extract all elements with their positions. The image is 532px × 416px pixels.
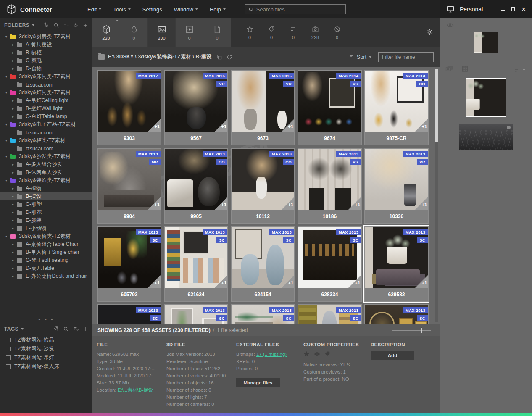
asset-card-partial-18[interactable]: MAX 2013SC [298, 304, 362, 324]
folder-item-1[interactable]: ▸A-餐具摆设 [0, 41, 92, 49]
twisty-right-icon[interactable]: ▸ [11, 187, 15, 190]
tag-checkbox[interactable] [6, 347, 11, 351]
asset-card-628334[interactable]: MAX 2013SC+1628334 [298, 226, 362, 302]
twisty-right-icon[interactable]: ▸ [11, 258, 15, 262]
folder-item-20[interactable]: ▸B-摆设 [0, 192, 92, 200]
twisty-down-icon[interactable]: ▾ [4, 91, 8, 95]
asset-card-10112[interactable]: MAX 2018CO+110112 [231, 148, 295, 224]
menu-item-window[interactable]: Window [169, 4, 203, 15]
preview-visibility-icon[interactable] [446, 22, 455, 30]
tags-title[interactable]: TAGS [4, 326, 18, 332]
asset-card-621624[interactable]: MAX 2013SC+1621624 [164, 226, 228, 302]
twisty-down-icon[interactable]: ▾ [4, 139, 8, 142]
twisty-right-icon[interactable]: ▸ [11, 99, 15, 103]
app-logo[interactable]: Connecter [0, 4, 58, 15]
type-filter-video[interactable]: 0 [176, 18, 203, 47]
folder-item-19[interactable]: ▸A-植物 [0, 184, 92, 192]
tag-checkbox[interactable] [6, 364, 11, 369]
twisty-down-icon[interactable]: ▾ [4, 123, 8, 126]
search-folders-icon[interactable] [53, 22, 59, 28]
sort-tags-icon[interactable] [73, 326, 79, 332]
menu-item-settings[interactable]: Settings [137, 4, 167, 15]
add-folder-icon[interactable] [82, 22, 88, 28]
asset-card-9567[interactable]: MAX 2015VR+19567 [164, 70, 228, 145]
folder-item-28[interactable]: ▸C-凳子soft seating [0, 256, 92, 264]
folder-item-2[interactable]: ▸B-橱柜 [0, 49, 92, 57]
search-tags-icon[interactable] [63, 326, 69, 332]
folder-item-11[interactable]: ▾3dsky&电子产品-TZ素材 [0, 121, 92, 129]
add-tag-icon[interactable] [82, 326, 88, 332]
flag-filter-star[interactable]: 0 [244, 26, 255, 40]
asset-card-10336[interactable]: MAX 2013VR+110336 [364, 148, 429, 224]
twisty-right-icon[interactable]: ▸ [11, 67, 15, 71]
folders-title[interactable]: FOLDERS [4, 22, 29, 28]
twisty-right-icon[interactable]: ▸ [11, 171, 15, 174]
type-filter-image[interactable]: 230 [148, 18, 176, 47]
asset-card-9904[interactable]: MAX 2013MR+19904 [97, 148, 161, 224]
folder-item-27[interactable]: ▸B-单人椅子Single chair [0, 248, 92, 256]
folder-item-14[interactable]: tzsucai.com [0, 145, 92, 153]
folder-item-26[interactable]: ▸A-桌椅组合Table Chair [0, 240, 92, 248]
asset-card-9905[interactable]: MAX 2013CO+19905 [164, 148, 228, 224]
twisty-right-icon[interactable]: ▸ [11, 59, 15, 63]
filter-filename-input[interactable]: Filter file name [378, 52, 434, 62]
viewport-preview[interactable] [459, 124, 513, 150]
folder-item-9[interactable]: ▸B-壁灯Wall light [0, 105, 92, 113]
preview-stack-icon[interactable] [445, 66, 453, 74]
flag-filter-block[interactable]: 0 [331, 26, 343, 40]
asset-card-9875-CR[interactable]: MAX 2013CO+19875-CR [364, 70, 429, 145]
folder-item-23[interactable]: ▸E-服装 [0, 216, 92, 224]
folder-item-10[interactable]: ▸C-台灯Table lamp [0, 113, 92, 121]
folder-item-30[interactable]: ▸E-办公桌椅Desk and chair [0, 272, 92, 280]
tag-item-2[interactable]: TZ素材网站-吊灯 [0, 353, 92, 362]
folder-item-24[interactable]: ▸F-小动物 [0, 224, 92, 232]
flag-filter-camera[interactable]: 228 [309, 26, 321, 40]
twisty-right-icon[interactable]: ▸ [11, 250, 15, 254]
menu-item-help[interactable]: Help [205, 4, 231, 15]
asset-card-624154[interactable]: MAX 2013SC+1624154 [231, 226, 295, 302]
folder-item-6[interactable]: tzsucai.com [0, 81, 92, 89]
pick-tag-icon[interactable] [53, 326, 59, 332]
detail-link[interactable]: 17 (1 missing) [256, 352, 287, 357]
folder-item-5[interactable]: ▾3dsky&床具类-TZ素材 [0, 73, 92, 81]
sort-folders-icon[interactable] [63, 22, 69, 28]
asset-card-10186[interactable]: MAX 2013VR+110186 [298, 148, 362, 224]
asset-card-partial-17[interactable]: MAX 2013SC [231, 304, 295, 324]
menu-item-tools[interactable]: Tools [108, 4, 135, 15]
minimize-button[interactable] [501, 8, 505, 11]
type-filter-cube[interactable]: 228 [92, 18, 120, 47]
twisty-down-icon[interactable]: ▾ [4, 75, 8, 79]
type-filter-file[interactable]: 0 [203, 18, 231, 47]
asset-card-9673[interactable]: MAX 2015VR+19673 [231, 70, 295, 145]
sort-control[interactable]: Sort [349, 54, 371, 60]
filterbar-settings-button[interactable] [426, 28, 434, 37]
search-files-input[interactable]: Search files [245, 4, 346, 14]
folder-item-29[interactable]: ▸D-桌几Table [0, 264, 92, 272]
tag-icon[interactable] [324, 351, 331, 357]
twisty-right-icon[interactable]: ▸ [11, 203, 15, 206]
flag-filter-list[interactable]: 0 [287, 26, 299, 40]
tag-item-3[interactable]: TZ素材网站-双人床 [0, 362, 92, 371]
twisty-right-icon[interactable]: ▸ [11, 219, 15, 222]
grid-scrollbar[interactable] [435, 69, 438, 322]
folder-item-7[interactable]: ▾3dsky&灯具类-TZ素材 [0, 89, 92, 97]
folder-item-0[interactable]: ▾3dsky&厨房类-TZ素材 [0, 33, 92, 41]
thumbnail-size-slider[interactable] [392, 330, 431, 331]
twisty-right-icon[interactable]: ▸ [11, 195, 15, 198]
maximize-button[interactable] [511, 7, 515, 11]
flag-filter-tag[interactable]: 0 [266, 26, 277, 40]
grid-scrollbar-thumb[interactable] [435, 69, 438, 142]
folder-item-13[interactable]: ▾3dsky&柜类-TZ素材 [0, 137, 92, 145]
tag-item-1[interactable]: TZ素材网站-沙发 [0, 345, 92, 353]
twisty-right-icon[interactable]: ▸ [11, 163, 15, 166]
recent-preview-thumbnail[interactable] [474, 32, 498, 53]
asset-card-9303[interactable]: MAX 2017+19303 [97, 70, 161, 145]
asset-card-partial-15[interactable]: MAX 2013SC [97, 304, 161, 324]
twisty-right-icon[interactable]: ▸ [11, 211, 15, 214]
twisty-right-icon[interactable]: ▸ [11, 115, 15, 118]
twisty-right-icon[interactable]: ▸ [11, 266, 15, 270]
folder-item-4[interactable]: ▸D-食物 [0, 65, 92, 73]
twisty-right-icon[interactable]: ▸ [11, 43, 15, 47]
tag-checkbox[interactable] [6, 338, 11, 342]
folder-item-3[interactable]: ▸C-家电 [0, 57, 92, 65]
